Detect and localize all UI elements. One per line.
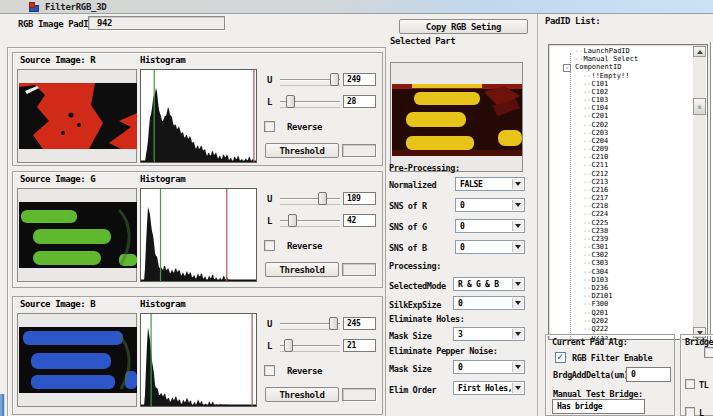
tree-item-q222[interactable]: --Q222: [549, 325, 693, 333]
l-slider[interactable]: [280, 339, 340, 352]
tree-item-c201[interactable]: --C201: [549, 112, 693, 120]
u-slider[interactable]: [280, 73, 340, 86]
l-value-input[interactable]: 42: [343, 214, 376, 227]
tree-item-c212[interactable]: --C212: [549, 170, 693, 178]
copy-rgb-setting-button[interactable]: Copy RGB Seting: [399, 19, 528, 34]
tree-item-c101[interactable]: --C101: [549, 80, 693, 88]
mask-size-dropdown[interactable]: 3: [453, 327, 525, 341]
chevron-down-icon[interactable]: [512, 179, 523, 189]
l-value-input[interactable]: 28: [343, 95, 376, 108]
pad-id-tree[interactable]: --LaunchPadID--Manual Select-ComponentID…: [548, 44, 708, 340]
l-slider-thumb[interactable]: [286, 95, 295, 108]
pad-id-value-box[interactable]: 942: [88, 16, 225, 30]
tree-item-c202[interactable]: --C202: [549, 121, 693, 129]
tree-item-f300[interactable]: --F300: [549, 300, 693, 308]
selected-part-preview: [392, 84, 522, 156]
threshold-button[interactable]: Threshold: [265, 262, 339, 277]
tree-item-c210[interactable]: --C210: [549, 153, 693, 161]
manual-test-bridge-value: Has bridge: [557, 402, 602, 411]
sns-of-r-dropdown[interactable]: 0: [455, 198, 525, 212]
tree-item-c203[interactable]: --C203: [549, 129, 693, 137]
tree-item-c217[interactable]: --C217: [549, 194, 693, 202]
title-bar[interactable]: FilterRGB_3D: [0, 0, 713, 14]
chevron-down-icon[interactable]: [512, 329, 523, 339]
tree-item-c102[interactable]: --C102: [549, 88, 693, 96]
scrollbar-thumb[interactable]: ≡: [693, 98, 706, 115]
tree-item-manual-select[interactable]: --Manual Select: [549, 55, 693, 63]
collapse-icon[interactable]: -: [563, 64, 571, 72]
bridge-tl-checkbox[interactable]: [685, 379, 695, 389]
brdg-add-delta-input[interactable]: 0: [626, 367, 671, 382]
u-slider[interactable]: [280, 317, 340, 330]
u-label: U: [267, 75, 272, 85]
tree-item-c213[interactable]: --C213: [549, 178, 693, 186]
sns-of-g-dropdown[interactable]: 0: [455, 219, 525, 233]
tree-item-c238[interactable]: --C238: [549, 227, 693, 235]
bridge-partial-checkbox[interactable]: [704, 347, 713, 358]
bridge-l-checkbox[interactable]: [685, 407, 695, 416]
chevron-down-icon[interactable]: [512, 298, 523, 308]
normalized-dropdown[interactable]: FALSE: [455, 177, 525, 191]
manual-test-bridge-label: Manual Test Bridge:: [553, 389, 643, 399]
tree-item-c301[interactable]: --C301: [549, 243, 693, 251]
u-value-input[interactable]: 245: [343, 317, 376, 330]
threshold-button[interactable]: Threshold: [265, 387, 339, 402]
chevron-down-icon[interactable]: [512, 383, 523, 393]
tree-item-c303[interactable]: --C303: [549, 259, 693, 267]
channel-image: [19, 327, 137, 393]
tree-item--empty-[interactable]: --!!Empty!!: [549, 72, 693, 80]
elim-order-dropdown[interactable]: First Holes,: [453, 381, 525, 395]
tree-item-c204[interactable]: --C204: [549, 137, 693, 145]
tree-item-launchpadid[interactable]: --LaunchPadID: [549, 47, 693, 55]
u-value-input[interactable]: 189: [343, 192, 376, 205]
tree-item-c104[interactable]: --C104: [549, 104, 693, 112]
pad-id-list-title: PadID List:: [545, 16, 600, 26]
scroll-up-icon[interactable]: [693, 46, 706, 57]
l-value-input[interactable]: 21: [343, 339, 376, 352]
chevron-down-icon[interactable]: [512, 200, 523, 210]
sns-of-b-dropdown[interactable]: 0: [455, 240, 525, 254]
mask-size-dropdown[interactable]: 0: [453, 360, 525, 374]
chevron-down-icon[interactable]: [512, 362, 523, 372]
tree-item-c224[interactable]: --C224: [549, 210, 693, 218]
u-slider-thumb[interactable]: [329, 317, 338, 330]
chevron-down-icon[interactable]: [512, 279, 523, 289]
reverse-checkbox[interactable]: [264, 121, 275, 132]
tree-item-d236[interactable]: --D236: [549, 284, 693, 292]
tree-item-dz101[interactable]: --DZ101: [549, 292, 693, 300]
tree-item-label: D236: [591, 284, 608, 292]
tree-item-c304[interactable]: --C304: [549, 268, 693, 276]
tree-item-c225[interactable]: --C225: [549, 219, 693, 227]
l-slider[interactable]: [280, 95, 340, 108]
tree-item-c103[interactable]: --C103: [549, 96, 693, 104]
rgb-filter-enable-checkbox[interactable]: [555, 352, 566, 363]
tree-item-q202[interactable]: --Q202: [549, 317, 693, 325]
tree-item-c302[interactable]: --C302: [549, 251, 693, 259]
u-slider-thumb[interactable]: [318, 192, 327, 205]
chevron-down-icon[interactable]: [512, 242, 523, 252]
tree-item-c211[interactable]: --C211: [549, 161, 693, 169]
silkexpsize-dropdown[interactable]: 0: [453, 296, 525, 310]
reverse-checkbox[interactable]: [264, 240, 275, 251]
tree-item-c209[interactable]: --C209: [549, 145, 693, 153]
threshold-button[interactable]: Threshold: [265, 143, 339, 158]
tree-item-q201[interactable]: --Q201: [549, 309, 693, 317]
l-slider-thumb[interactable]: [284, 339, 293, 352]
selectedmode-dropdown[interactable]: R & G & B: [453, 277, 525, 291]
tree-item-componentid[interactable]: -ComponentID: [549, 63, 693, 71]
reverse-checkbox[interactable]: [264, 365, 275, 376]
l-slider-thumb[interactable]: [288, 214, 297, 227]
tree-scrollbar[interactable]: ≡: [693, 46, 706, 338]
tree-item-c216[interactable]: --C216: [549, 186, 693, 194]
u-value-input[interactable]: 249: [343, 73, 376, 86]
tree-item-d103[interactable]: --D103: [549, 276, 693, 284]
channel-image-box: [17, 69, 137, 163]
processing-section-header: Eliminate Holes:: [389, 314, 464, 324]
u-slider-thumb[interactable]: [330, 73, 339, 86]
u-slider[interactable]: [280, 192, 340, 205]
chevron-down-icon[interactable]: [512, 221, 523, 231]
l-slider[interactable]: [280, 214, 340, 227]
tree-item-c239[interactable]: --C239: [549, 235, 693, 243]
tree-item-c218[interactable]: --C218: [549, 202, 693, 210]
manual-test-bridge-input[interactable]: Has bridge: [552, 399, 645, 414]
